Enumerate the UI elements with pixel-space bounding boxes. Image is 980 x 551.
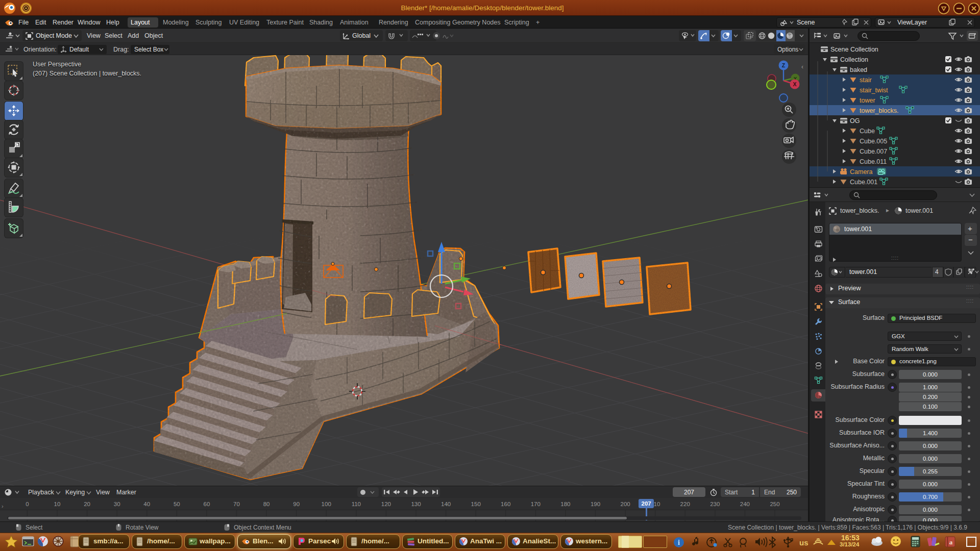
- svg-text:i: i: [678, 539, 680, 546]
- svg-text:us: us: [799, 538, 808, 547]
- svg-text:Z: Z: [782, 62, 786, 68]
- svg-text:X: X: [793, 81, 796, 87]
- svg-text:a: a: [949, 538, 953, 546]
